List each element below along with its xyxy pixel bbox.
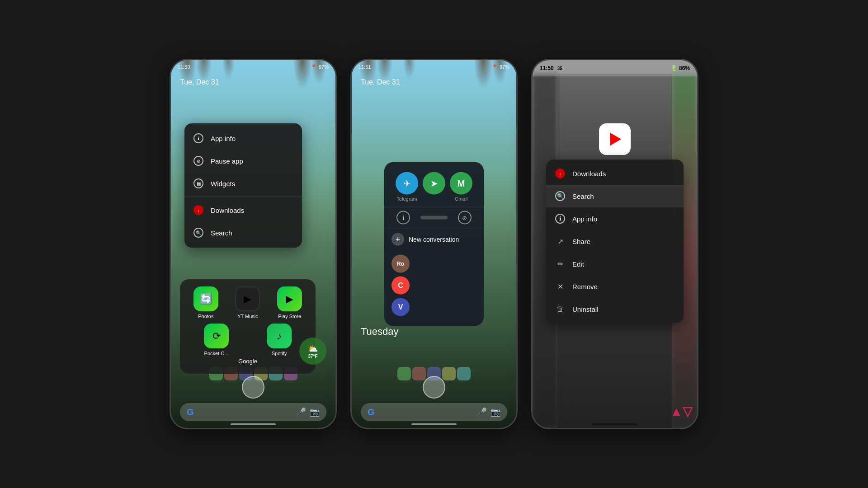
pause-action-2[interactable]: ⊘ [458,211,472,225]
yt-play-icon-3 [610,133,621,145]
phone-container: 11:50 📍 97% Tue, Dec 31 ℹ App info [0,0,868,488]
menu-item-app-info-1[interactable]: ℹ App info [184,127,302,150]
status-bar-3: 11:50 35 🔋 86% [533,60,697,76]
date-1: Tue, Dec 31 [180,78,219,86]
pocketcasts-label: Pocket C... [204,351,229,356]
telegram-name: Telegram [396,196,417,202]
info-icon-1: ℹ [193,133,203,143]
contact-list-2: ✈ Telegram ➤ M Gmail ℹ ⊘ [384,162,484,326]
avatar-v: V [392,298,410,316]
phone-2-screen: 11:51 📍 97% Tue, Dec 31 ✈ Telegram ➤ [352,60,516,428]
avatar-c: C [392,277,410,295]
camera-icon-1[interactable]: 📷 [310,407,320,417]
pocketcasts-icon: ⟳ [204,324,229,348]
uninstall-icon-3: 🗑 [555,304,565,314]
playstore-label: Play Store [278,314,301,319]
home-button-2[interactable] [423,376,445,399]
search-bar-1[interactable]: G 🎤 📷 [180,403,326,421]
google-g-1: G [187,407,194,418]
menu-item-search-3[interactable]: 🔍 Search [546,185,684,207]
new-conversation-label: New conversation [409,236,459,243]
menu-item-widgets-1[interactable]: ▦ Widgets [184,172,302,195]
menu-label-widgets-1: Widgets [211,180,235,188]
status-left-3: 11:50 35 [540,65,562,71]
menu-label-pause-1: Pause app [211,157,243,165]
app-playstore[interactable]: ▶ Play Store [271,286,308,319]
signal-3: 35 [557,66,562,71]
divider-1a [184,197,302,197]
battery-3: 86% [679,65,690,71]
menu-item-appinfo-3[interactable]: ℹ App info [546,207,684,230]
menu-label-search-1: Search [211,229,232,237]
menu-item-edit-3[interactable]: ✏ Edit [546,253,684,275]
avatar-row-c[interactable]: C [392,275,476,296]
menu-item-share-3[interactable]: ↗ Share [546,230,684,253]
contact-telegram[interactable]: ✈ Telegram [396,172,418,202]
battery-2: 97% [500,64,509,70]
status-right-1: 📍 97% [311,64,329,70]
photos-label: Photos [198,314,213,319]
phone-3: 11:50 35 🔋 86% ↓ Downloads 🔍 [531,59,698,429]
watermark-icon-3b: ▽ [683,404,693,419]
avatar-row-v[interactable]: V [392,296,476,318]
share-icon-3: ↗ [555,236,565,246]
contact-nav[interactable]: ➤ [423,172,445,202]
dock-icon-2d[interactable] [442,367,456,380]
dock-icon-2b[interactable] [412,367,426,380]
info-action-2[interactable]: ℹ [396,211,410,225]
menu-label-appinfo-3: App info [572,215,597,223]
action-row-2: ℹ ⊘ [384,207,484,228]
info-icon-3: ℹ [555,214,565,224]
google-label: Google [187,356,308,366]
menu-label-downloads-1: Downloads [211,206,244,214]
menu-label-downloads-3: Downloads [572,170,606,178]
menu-label-remove-3: Remove [572,283,598,291]
weather-widget-1[interactable]: ⛅ 37°F [299,338,326,365]
gmail-icon: M [450,172,472,195]
menu-item-downloads-1[interactable]: ↓ Downloads [184,199,302,221]
menu-label-share-3: Share [572,238,590,245]
date-2: Tue, Dec 31 [361,78,400,86]
avatar-list-2: Ro C V [384,250,484,321]
dock-icon-2a[interactable] [397,367,411,380]
spotify-icon: ♪ [267,324,292,348]
camera-icon-2[interactable]: 📷 [491,407,500,417]
menu-item-remove-3[interactable]: ✕ Remove [546,275,684,298]
plus-icon-2: + [392,233,404,246]
nav-icon: ➤ [423,172,445,195]
home-button-1[interactable] [242,376,264,399]
avatar-row-ro[interactable]: Ro [392,253,476,275]
time-3: 11:50 [540,65,554,71]
contact-icons-row-2: ✈ Telegram ➤ M Gmail [384,168,484,203]
battery-1: 97% [319,64,329,70]
slider-2[interactable] [420,216,448,220]
menu-item-uninstall-3[interactable]: 🗑 Uninstall [546,298,684,320]
phone-2: 11:51 📍 97% Tue, Dec 31 ✈ Telegram ➤ [350,59,518,429]
phone-1-screen: 11:50 📍 97% Tue, Dec 31 ℹ App info [171,60,335,428]
remove-icon-3: ✕ [555,282,565,291]
app-grid-row2: ⟳ Pocket C... ♪ Spotify [187,324,308,356]
playstore-icon: ▶ [277,286,302,311]
menu-label-app-info-1: App info [211,135,236,142]
search-bar-2[interactable]: G 🎤 📷 [361,403,507,421]
telegram-icon: ✈ [396,172,418,195]
pause-icon-1: ⊘ [193,156,203,166]
menu-item-downloads-3[interactable]: ↓ Downloads [546,162,684,185]
edit-icon-3: ✏ [555,259,565,269]
status-bar-2: 11:51 📍 97% [352,60,516,74]
avatar-ro: Ro [392,255,410,273]
app-pocketcasts[interactable]: ⟳ Pocket C... [187,324,245,356]
mic-icon-2[interactable]: 🎤 [477,407,487,417]
menu-item-search-1[interactable]: 🔍 Search [184,221,302,244]
menu-item-pause-1[interactable]: ⊘ Pause app [184,150,302,172]
dock-icon-2e[interactable] [457,367,471,380]
app-ytmusic[interactable]: ▶ YT Music [229,286,267,319]
downloads-icon-1: ↓ [193,205,203,215]
contact-gmail[interactable]: M Gmail [450,172,472,202]
new-conversation-row[interactable]: + New conversation [384,228,484,250]
mic-icon-1[interactable]: 🎤 [296,407,306,417]
app-photos[interactable]: 🔄 Photos [187,286,225,319]
app-grid-1: 🔄 Photos ▶ YT Music ▶ Play Store ⟳ [180,279,316,374]
yt-music-app-icon-3[interactable] [599,123,631,155]
pin-icon-2: 📍 [491,64,498,70]
